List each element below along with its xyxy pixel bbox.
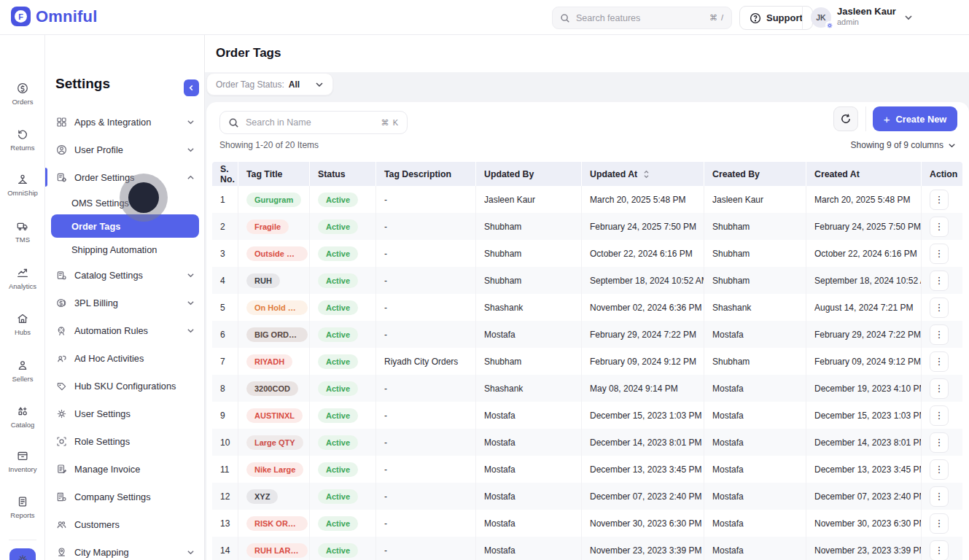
chevron-down-icon <box>187 327 195 335</box>
row-actions-button[interactable]: ⋮ <box>930 351 949 372</box>
nav-item-label: Manage Invoice <box>74 464 205 475</box>
table-row: 8 3200COD Active - Shashank May 08, 2024… <box>212 375 962 402</box>
tag-title-badge: RUH <box>246 273 280 288</box>
rail-item-label: Inventory <box>8 465 36 473</box>
role-settings-icon <box>55 435 68 448</box>
nav-item-label: Apps & Integration <box>74 117 180 128</box>
nav-item-shipping-automation[interactable]: Shipping Automation <box>45 238 205 261</box>
rail-item-hubs[interactable]: Hubs <box>0 312 45 336</box>
row-actions-button[interactable]: ⋮ <box>930 459 949 480</box>
showing-columns-toggle[interactable]: Showing 9 of 9 columns <box>851 140 956 150</box>
updated-by: Shubham <box>476 213 582 240</box>
nav-item-order-settings[interactable]: Order Settings <box>45 163 205 191</box>
chevron-up-icon <box>187 174 195 182</box>
panel-collapse-button[interactable] <box>184 79 199 96</box>
status-badge: Active <box>318 435 358 450</box>
status-badge: Active <box>318 462 358 477</box>
nav-item-city-mapping[interactable]: City Mapping <box>45 538 205 560</box>
page-header: Order Tags <box>205 35 969 72</box>
apps-icon <box>55 116 68 128</box>
nav-item-catalog-settings[interactable]: Catalog Settings <box>45 261 205 289</box>
search-in-name-input[interactable]: Search in Name ⌘ K <box>219 111 408 134</box>
user-menu[interactable]: Jasleen Kaur admin <box>837 6 896 27</box>
rail-item-catalog[interactable]: Catalog <box>0 405 45 429</box>
avatar[interactable]: JK <box>811 7 831 28</box>
nav-item-order-tags[interactable]: Order Tags <box>51 214 199 238</box>
nav-item-automation-rules[interactable]: Automation Rules <box>45 316 205 344</box>
rail-item-reports[interactable]: Reports <box>0 495 45 519</box>
updated-at: March 20, 2025 5:48 PM <box>582 186 704 213</box>
tag-title-badge: RIYADH <box>246 354 292 369</box>
nav-item-label: City Mapping <box>74 547 180 558</box>
row-actions-button[interactable]: ⋮ <box>930 432 949 453</box>
row-actions-button[interactable]: ⋮ <box>930 244 949 264</box>
brand-logo[interactable]: F Omniful <box>11 7 98 26</box>
hubs-icon <box>16 312 29 325</box>
sort-icon[interactable] <box>643 170 650 179</box>
row-actions-button[interactable]: ⋮ <box>930 540 949 560</box>
table-row: 14 RUH LARGE Active - Mostafa November 2… <box>212 537 962 560</box>
billing-icon <box>55 297 68 309</box>
nav-item-label: User Settings <box>74 408 205 419</box>
row-actions-button[interactable]: ⋮ <box>930 405 949 426</box>
nav-item-manage-invoice[interactable]: Manage Invoice <box>45 455 205 483</box>
created-by: Mostafa <box>704 429 806 456</box>
sellers-icon <box>16 359 29 372</box>
nav-item-company-settings[interactable]: Company Settings <box>45 483 205 510</box>
nav-item-ad-hoc-activities[interactable]: Ad Hoc Activities <box>45 344 205 372</box>
row-number: 11 <box>212 456 238 483</box>
refresh-button[interactable] <box>833 106 858 131</box>
rail-item-inventory[interactable]: Inventory <box>0 449 45 473</box>
row-actions-button[interactable]: ⋮ <box>930 513 949 534</box>
row-actions-button[interactable]: ⋮ <box>930 324 949 345</box>
rail-item-returns[interactable]: Returns <box>0 128 45 152</box>
nav-item-3pl-billing[interactable]: 3PL Billing <box>45 289 205 316</box>
table-row: 7 RIYADH Active Riyadh City Orders Shubh… <box>212 348 962 375</box>
nav-item-role-settings[interactable]: Role Settings <box>45 427 205 455</box>
row-actions-button[interactable]: ⋮ <box>930 486 949 507</box>
global-search-input[interactable]: Search features ⌘ / <box>552 7 732 29</box>
tag-description: Riyadh City Orders <box>376 348 476 375</box>
nav-item-user-profile[interactable]: User Profile <box>45 136 205 163</box>
rail-item-omniship[interactable]: OmniShip <box>0 173 45 197</box>
sidebar-rail: Orders Returns OmniShip TMS Analytics Hu… <box>0 35 45 560</box>
tag-title-badge: AUSTINXL <box>246 408 303 423</box>
row-actions-button[interactable]: ⋮ <box>930 298 949 318</box>
rail-item-orders[interactable]: Orders <box>0 82 45 106</box>
create-new-button[interactable]: + Create New <box>873 106 957 131</box>
created-at: December 14, 2023 8:01 PM <box>806 429 922 456</box>
rail-item-sellers[interactable]: Sellers <box>0 359 45 383</box>
updated-by: Shubham <box>476 348 582 375</box>
created-at: August 14, 2024 7:21 PM <box>806 294 922 321</box>
column-header-updated-at[interactable]: Updated At <box>582 162 704 186</box>
row-actions-button[interactable]: ⋮ <box>930 217 949 237</box>
updated-by: Mostafa <box>476 510 582 537</box>
user-name: Jasleen Kaur <box>837 6 896 18</box>
updated-by: Mostafa <box>476 321 582 348</box>
status-badge: Active <box>318 246 358 261</box>
nav-item-customers[interactable]: Customers <box>45 510 205 538</box>
row-actions-button[interactable]: ⋮ <box>930 378 949 399</box>
updated-at: December 15, 2023 1:03 PM <box>582 402 704 429</box>
tms-icon <box>16 219 29 233</box>
column-header-created-at: Created At <box>806 162 922 186</box>
city-mapping-icon <box>55 546 68 559</box>
plus-icon: + <box>884 113 890 125</box>
nav-item-oms-settings[interactable]: OMS Settings <box>45 191 205 214</box>
row-actions-button[interactable]: ⋮ <box>930 190 949 210</box>
analytics-icon <box>16 266 29 279</box>
order-tag-status-filter[interactable]: Order Tag Status: All <box>206 73 333 96</box>
nav-item-user-settings[interactable]: User Settings <box>45 400 205 427</box>
rail-item-tms[interactable]: TMS <box>0 219 45 244</box>
nav-item-hub-sku-configurations[interactable]: Hub SKU Configurations <box>45 372 205 400</box>
updated-at: October 22, 2024 6:16 PM <box>582 240 704 267</box>
nav-item-label: Shipping Automation <box>71 244 157 255</box>
chevron-down-icon[interactable] <box>904 13 913 22</box>
chevron-down-icon <box>187 548 195 556</box>
nav-item-apps-integration[interactable]: Apps & Integration <box>45 108 205 136</box>
row-actions-button[interactable]: ⋮ <box>930 271 949 291</box>
tag-title-badge: 3200COD <box>246 381 298 396</box>
rail-item-settings[interactable]: Settings <box>0 548 45 560</box>
rail-item-analytics[interactable]: Analytics <box>0 266 45 290</box>
chevron-down-icon <box>187 271 195 279</box>
